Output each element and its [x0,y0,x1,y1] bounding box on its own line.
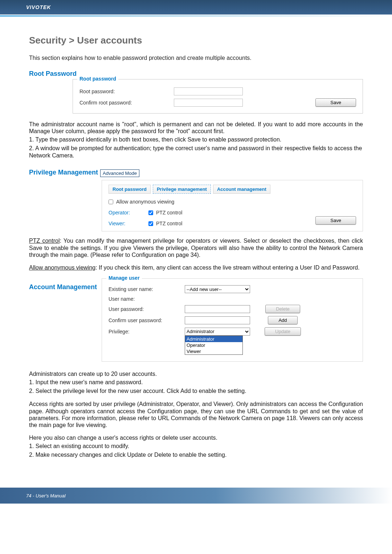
privilege-option-viewer[interactable]: Viewer [185,348,242,354]
anon-viewing-paragraph: Allow anonymous viewing: If you check th… [29,264,363,271]
confirm-user-password-input[interactable] [185,316,250,324]
user-password-label: User password: [109,306,185,312]
confirm-user-password-label: Confirm user password: [109,317,185,323]
footer-bar: 74 - User's Manual [0,488,392,504]
root-password-paragraph: The administrator account name is "root"… [29,121,363,135]
delete-button[interactable]: Delete [265,305,300,313]
change-step1: 1. Select an existing account to modify. [29,443,363,450]
root-password-fieldset: Root password Root password: Confirm roo… [73,79,363,114]
tab-privilege-management[interactable]: Privilege management [153,185,211,194]
root-password-step1: 1. Type the password identically in both… [29,136,363,143]
operator-ptz-label: PTZ control [156,210,182,216]
ptz-control-underline-label: PTZ control [29,238,60,244]
page-title: Security > User accounts [29,35,363,46]
content-area: Security > User accounts This section ex… [0,17,392,473]
allow-anonymous-label: Allow anonymous viewing [116,199,174,205]
anon-viewing-underline-label: Allow anonymous viewing [29,264,95,271]
user-password-input[interactable] [185,305,250,313]
admin-create-paragraph: Administrators can create up to 20 user … [29,370,363,377]
admin-step1: 1. Input the new user's name and passwor… [29,379,363,386]
privilege-tabs-area: Root password Privilege management Accou… [102,180,363,231]
privilege-option-administrator[interactable]: Administrator [185,336,242,342]
ptz-control-paragraph: PTZ control: You can modify the manageme… [29,237,363,258]
viewer-ptz-checkbox[interactable] [148,221,153,226]
update-button[interactable]: Update [265,327,301,336]
intro-text: This section explains how to enable pass… [29,55,363,61]
change-step2: 2. Make necessary changes and click Upda… [29,451,363,459]
advanced-mode-badge: Advanced Mode [100,169,139,177]
privilege-save-button[interactable]: Save [315,216,356,225]
header-bar: VIVOTEK [0,0,392,15]
manage-user-fieldset: Manage user Existing user name: --Add ne… [102,278,363,362]
footer-page-number: 74 - User's Manual [26,493,66,498]
operator-ptz-checkbox[interactable] [148,210,153,215]
change-rights-paragraph: Here you also can change a user's access… [29,434,363,441]
existing-user-select[interactable]: --Add new user-- [185,285,250,293]
account-management-heading: Account Management [29,278,102,362]
access-rights-paragraph: Access rights are sorted by user privile… [29,401,363,428]
viewer-label: Viewer: [109,221,148,226]
tab-account-management[interactable]: Account management [213,185,270,194]
root-password-legend: Root password [77,76,118,82]
manage-user-legend: Manage user [106,275,142,281]
existing-user-label: Existing user name: [109,286,185,292]
add-button[interactable]: Add [268,316,297,324]
privilege-select[interactable]: Administrator [185,328,250,336]
privilege-management-heading: Privilege Management [29,169,98,176]
confirm-root-password-input[interactable] [174,99,243,107]
brand-label: VIVOTEK [26,4,51,10]
confirm-root-password-label: Confirm root password: [79,100,174,106]
root-password-step2: 2. A window will be prompted for authent… [29,145,363,159]
admin-step2: 2. Select the privilege level for the ne… [29,387,363,395]
privilege-dropdown-list: Administrator Operator Viewer [185,336,243,355]
viewer-ptz-label: PTZ control [156,221,182,226]
root-password-label: Root password: [79,89,174,94]
privilege-option-operator[interactable]: Operator [185,342,242,348]
user-name-label: User name: [109,296,185,302]
root-password-input[interactable] [174,87,243,95]
privilege-label: Privilege: [109,329,185,335]
tab-root-password[interactable]: Root password [109,185,151,194]
root-password-save-button[interactable]: Save [315,98,356,107]
operator-label: Operator: [109,210,148,216]
allow-anonymous-checkbox[interactable] [109,200,113,204]
